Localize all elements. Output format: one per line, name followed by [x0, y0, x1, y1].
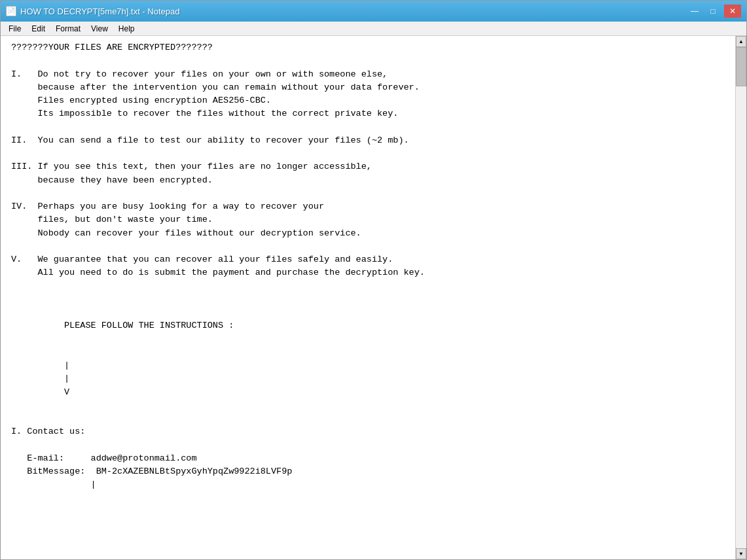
menu-file[interactable]: File — [3, 23, 26, 35]
menu-bar: File Edit Format View Help — [1, 22, 746, 36]
scroll-down-button[interactable]: ▼ — [736, 548, 746, 559]
scroll-thumb[interactable] — [736, 47, 746, 86]
main-window: 📄 HOW TO DECRYPT[5me7h].txt - Notepad — … — [0, 0, 747, 560]
text-editor[interactable]: ???????YOUR FILES ARE ENCRYPTED??????? I… — [1, 36, 735, 559]
minimize-button[interactable]: — — [686, 5, 703, 18]
content-area: ???????YOUR FILES ARE ENCRYPTED??????? I… — [1, 36, 746, 559]
scroll-track[interactable] — [736, 47, 746, 548]
title-bar: 📄 HOW TO DECRYPT[5me7h].txt - Notepad — … — [1, 1, 746, 22]
menu-help[interactable]: Help — [113, 23, 140, 35]
maximize-button[interactable]: □ — [704, 5, 721, 18]
menu-edit[interactable]: Edit — [26, 23, 50, 35]
window-title: HOW TO DECRYPT[5me7h].txt - Notepad — [20, 7, 179, 16]
window-controls: — □ ✕ — [686, 5, 741, 18]
menu-format[interactable]: Format — [50, 23, 86, 35]
scrollbar[interactable]: ▲ ▼ — [735, 36, 746, 559]
app-icon: 📄 — [6, 6, 16, 16]
close-button[interactable]: ✕ — [724, 5, 741, 18]
scroll-up-button[interactable]: ▲ — [736, 36, 746, 47]
title-bar-left: 📄 HOW TO DECRYPT[5me7h].txt - Notepad — [6, 6, 179, 16]
menu-view[interactable]: View — [86, 23, 113, 35]
